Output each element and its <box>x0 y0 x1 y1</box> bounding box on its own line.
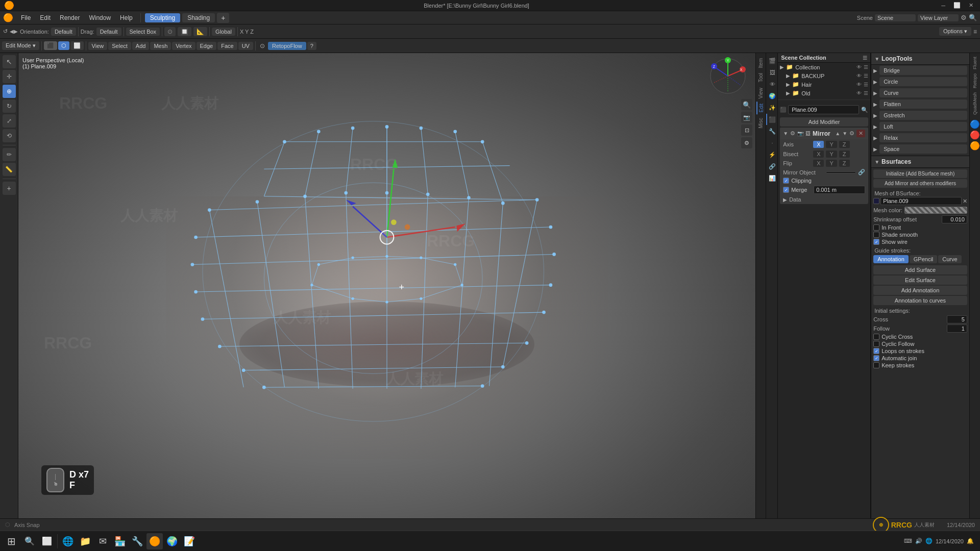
axis-z-btn[interactable]: Z <box>839 141 850 148</box>
guide-tab-gpencil[interactable]: GPencil <box>910 255 938 263</box>
curve-btn[interactable]: Curve <box>879 88 967 97</box>
edge-select-icon[interactable]: ⬡ <box>58 41 69 50</box>
auto-join-checkbox[interactable]: ✓ <box>873 355 879 361</box>
snap-btn[interactable]: 🔲 <box>178 27 191 36</box>
cyclic-cross-checkbox[interactable] <box>873 334 879 340</box>
old-item[interactable]: ▶ 📁 Old 👁 ☰ <box>778 89 870 97</box>
add-modifier-btn[interactable]: Add Modifier <box>780 117 868 127</box>
bridge-arrow[interactable]: ▶ <box>873 68 877 73</box>
orange-icon[interactable]: 🟠 <box>970 141 980 151</box>
snap-circle[interactable]: ⊙ <box>258 41 267 51</box>
add-workspace[interactable]: + <box>217 13 229 23</box>
prop-tab-output[interactable]: 🖼 <box>766 67 777 78</box>
circle-arrow[interactable]: ▶ <box>873 79 877 85</box>
in-front-checkbox[interactable] <box>873 224 879 231</box>
mod-up[interactable]: ▲ <box>835 131 840 136</box>
hair-item[interactable]: ▶ 📁 Hair 👁 ☰ <box>778 80 870 89</box>
proportional-edit[interactable]: ⊙ <box>164 27 176 36</box>
prop-tab-object[interactable]: ⬛ <box>766 114 777 125</box>
tool-move[interactable]: ⊕ <box>3 85 16 98</box>
menu-add[interactable]: Add <box>132 42 150 50</box>
mirror-obj-link[interactable]: 🔗 <box>858 169 865 176</box>
looptools-header[interactable]: ▼ LoopTools <box>871 53 969 65</box>
loft-btn[interactable]: Loft <box>879 122 967 131</box>
prop-tab-render[interactable]: 🎬 <box>766 55 777 66</box>
misc-vert-label[interactable]: Misc <box>757 116 765 131</box>
options-btn[interactable]: Options ▾ <box>939 27 971 36</box>
tool-rotate[interactable]: ↻ <box>3 99 16 113</box>
curve-arrow[interactable]: ▶ <box>873 90 877 96</box>
tool-scale[interactable]: ⤢ <box>3 114 16 128</box>
shrinkwrap-val[interactable]: 0.010 <box>942 215 967 223</box>
menu-edit[interactable]: Edit <box>36 13 54 22</box>
taskbar-edge[interactable]: 🌐 <box>60 533 76 549</box>
guide-tab-curve[interactable]: Curve <box>938 255 961 263</box>
paint-icon-small[interactable]: 🔴 <box>970 130 980 140</box>
shade-smooth-checkbox[interactable] <box>873 232 879 238</box>
edit-mode-dropdown[interactable]: Edit Mode ▾ <box>2 41 39 50</box>
add-surface-btn[interactable]: Add Surface <box>873 265 967 274</box>
prop-tab-data[interactable]: 📊 <box>766 172 777 184</box>
flatten-arrow[interactable]: ▶ <box>873 102 877 107</box>
maximize-btn[interactable]: ⬜ <box>951 2 963 9</box>
display-mode[interactable]: ⚙ <box>741 137 752 148</box>
global-selector[interactable]: Global <box>212 28 235 36</box>
menu-render[interactable]: Render <box>56 13 83 22</box>
tool-transform[interactable]: ⟲ <box>3 129 16 142</box>
add-mirror-btn[interactable]: Add Mirror and others modifiers <box>873 179 967 188</box>
menu-vertex[interactable]: Vertex <box>172 42 195 50</box>
circle-btn[interactable]: Circle <box>879 77 967 86</box>
space-arrow[interactable]: ▶ <box>873 146 877 152</box>
flip-x-btn[interactable]: X <box>813 160 824 167</box>
bridge-btn[interactable]: Bridge <box>879 66 967 75</box>
start-btn[interactable]: ⊞ <box>2 532 20 550</box>
search-taskbar[interactable]: 🔍 <box>21 533 38 549</box>
search-icon-top[interactable]: 🔍 <box>969 14 977 21</box>
menu-view[interactable]: View <box>88 42 108 50</box>
face-select-icon[interactable]: ⬜ <box>70 41 84 50</box>
tool-select[interactable]: ↖ <box>3 55 16 68</box>
cross-val[interactable]: 5 <box>947 315 967 323</box>
color-swatch[interactable] <box>904 207 967 214</box>
taskbar-notepad[interactable]: 📝 <box>181 533 198 549</box>
taskbar-store[interactable]: 🏪 <box>112 533 128 549</box>
mod-settings[interactable]: ⚙ <box>849 130 854 137</box>
clipping-checkbox[interactable]: ✓ <box>783 178 789 184</box>
mode-sculpting[interactable]: Sculpting <box>145 13 180 22</box>
flatten-btn[interactable]: Flatten <box>879 99 967 109</box>
prop-tab-world[interactable]: ✨ <box>766 102 777 113</box>
axis-x-btn[interactable]: X <box>813 141 824 148</box>
loft-arrow[interactable]: ▶ <box>873 124 877 130</box>
gstretch-arrow[interactable]: ▶ <box>873 113 877 118</box>
object-name-field[interactable]: Plane.009 <box>788 105 859 114</box>
edit-vert-label[interactable]: Edit <box>756 102 765 114</box>
space-btn[interactable]: Space <box>879 144 967 154</box>
menu-window[interactable]: Window <box>85 13 114 22</box>
zoom-in[interactable]: 🔍 <box>741 99 752 110</box>
fluent-icon[interactable]: Fluent <box>971 55 978 71</box>
axis-y-btn[interactable]: Y <box>826 141 837 148</box>
prop-tab-scene[interactable]: 🌍 <box>766 90 777 102</box>
vert-select-icon[interactable]: ⬛ <box>44 41 57 50</box>
prop-tab-physics[interactable]: ⚡ <box>766 149 777 160</box>
tool-measure[interactable]: 📏 <box>3 163 16 176</box>
menu-uv[interactable]: UV <box>238 42 253 50</box>
more-icon[interactable]: ≡ <box>973 28 977 35</box>
frame-selected[interactable]: ⊡ <box>741 124 752 136</box>
task-view[interactable]: ⬜ <box>39 533 55 549</box>
show-wire-checkbox[interactable]: ✓ <box>873 239 879 245</box>
menu-edge[interactable]: Edge <box>197 42 217 50</box>
view-vert-label[interactable]: View <box>757 86 765 101</box>
menu-face[interactable]: Face <box>217 42 237 50</box>
sculpt-icon-small[interactable]: 🔵 <box>970 119 980 129</box>
tool-add[interactable]: + <box>3 182 16 195</box>
bisect-z-btn[interactable]: Z <box>839 151 850 158</box>
add-annotation-btn[interactable]: Add Annotation <box>873 286 967 295</box>
quadremesh-icon[interactable]: QuadMesh <box>971 91 978 116</box>
mod-down[interactable]: ▼ <box>842 131 847 136</box>
prop-tab-constraints[interactable]: 🔗 <box>766 161 777 172</box>
edit-surface-btn[interactable]: Edit Surface <box>873 276 967 285</box>
select-mode[interactable]: Select Box <box>126 28 160 36</box>
taskbar-blender[interactable]: 🟠 <box>146 533 163 549</box>
tool-annotate[interactable]: ✏ <box>3 148 16 161</box>
